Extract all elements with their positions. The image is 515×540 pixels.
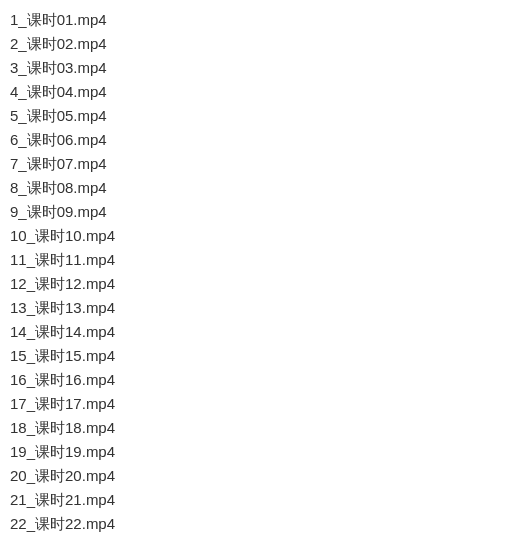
file-item[interactable]: 16_课时16.mp4 bbox=[10, 368, 505, 392]
file-item[interactable]: 7_课时07.mp4 bbox=[10, 152, 505, 176]
file-item[interactable]: 8_课时08.mp4 bbox=[10, 176, 505, 200]
file-item[interactable]: 20_课时20.mp4 bbox=[10, 464, 505, 488]
file-name: 22_课时22.mp4 bbox=[10, 515, 115, 532]
file-name: 21_课时21.mp4 bbox=[10, 491, 115, 508]
file-item[interactable]: 3_课时03.mp4 bbox=[10, 56, 505, 80]
file-item[interactable]: 11_课时11.mp4 bbox=[10, 248, 505, 272]
file-name: 1_课时01.mp4 bbox=[10, 11, 107, 28]
file-name: 14_课时14.mp4 bbox=[10, 323, 115, 340]
file-item[interactable]: 22_课时22.mp4 bbox=[10, 512, 505, 536]
file-item[interactable]: 9_课时09.mp4 bbox=[10, 200, 505, 224]
file-name: 10_课时10.mp4 bbox=[10, 227, 115, 244]
file-name: 7_课时07.mp4 bbox=[10, 155, 107, 172]
file-name: 15_课时15.mp4 bbox=[10, 347, 115, 364]
file-item[interactable]: 14_课时14.mp4 bbox=[10, 320, 505, 344]
file-name: 8_课时08.mp4 bbox=[10, 179, 107, 196]
file-item[interactable]: 10_课时10.mp4 bbox=[10, 224, 505, 248]
file-name: 16_课时16.mp4 bbox=[10, 371, 115, 388]
file-name: 18_课时18.mp4 bbox=[10, 419, 115, 436]
file-item[interactable]: 17_课时17.mp4 bbox=[10, 392, 505, 416]
file-name: 9_课时09.mp4 bbox=[10, 203, 107, 220]
file-item[interactable]: 5_课时05.mp4 bbox=[10, 104, 505, 128]
file-name: 20_课时20.mp4 bbox=[10, 467, 115, 484]
file-name: 3_课时03.mp4 bbox=[10, 59, 107, 76]
file-name: 13_课时13.mp4 bbox=[10, 299, 115, 316]
file-item[interactable]: 13_课时13.mp4 bbox=[10, 296, 505, 320]
file-name: 5_课时05.mp4 bbox=[10, 107, 107, 124]
file-list: 1_课时01.mp4 2_课时02.mp4 3_课时03.mp4 4_课时04.… bbox=[10, 8, 505, 536]
file-item[interactable]: 12_课时12.mp4 bbox=[10, 272, 505, 296]
file-item[interactable]: 21_课时21.mp4 bbox=[10, 488, 505, 512]
file-name: 11_课时11.mp4 bbox=[10, 251, 115, 268]
file-name: 2_课时02.mp4 bbox=[10, 35, 107, 52]
file-name: 12_课时12.mp4 bbox=[10, 275, 115, 292]
file-item[interactable]: 18_课时18.mp4 bbox=[10, 416, 505, 440]
file-item[interactable]: 2_课时02.mp4 bbox=[10, 32, 505, 56]
file-item[interactable]: 4_课时04.mp4 bbox=[10, 80, 505, 104]
file-item[interactable]: 19_课时19.mp4 bbox=[10, 440, 505, 464]
file-item[interactable]: 6_课时06.mp4 bbox=[10, 128, 505, 152]
file-name: 19_课时19.mp4 bbox=[10, 443, 115, 460]
file-name: 6_课时06.mp4 bbox=[10, 131, 107, 148]
file-item[interactable]: 1_课时01.mp4 bbox=[10, 8, 505, 32]
file-name: 17_课时17.mp4 bbox=[10, 395, 115, 412]
file-name: 4_课时04.mp4 bbox=[10, 83, 107, 100]
file-item[interactable]: 15_课时15.mp4 bbox=[10, 344, 505, 368]
